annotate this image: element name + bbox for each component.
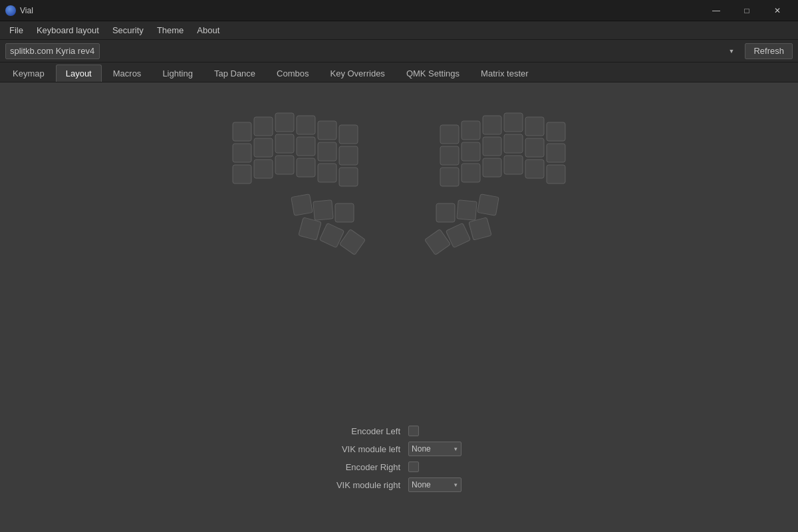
encoder-right-control xyxy=(408,462,462,472)
svg-rect-27 xyxy=(504,113,523,132)
device-bar: splitkb.com Kyria rev4 Refresh xyxy=(0,40,798,63)
tab-macros[interactable]: Macros xyxy=(103,65,152,82)
svg-rect-11 xyxy=(339,146,358,165)
tab-key-overrides[interactable]: Key Overrides xyxy=(321,65,395,82)
menu-item-keyboard-layout[interactable]: Keyboard layout xyxy=(30,23,106,38)
maximize-button[interactable]: □ xyxy=(732,0,762,21)
vik-left-select-wrapper: None xyxy=(408,442,462,456)
svg-rect-18 xyxy=(291,194,313,215)
svg-rect-42 xyxy=(436,203,455,222)
svg-rect-25 xyxy=(462,121,480,140)
app-icon xyxy=(5,5,16,16)
options-area: Encoder Left VIK module left None Encode… xyxy=(336,426,462,492)
vik-left-control: None xyxy=(408,442,462,456)
svg-rect-12 xyxy=(233,165,251,184)
svg-rect-21 xyxy=(299,217,321,240)
svg-rect-39 xyxy=(504,156,523,174)
tab-layout[interactable]: Layout xyxy=(56,65,102,82)
svg-rect-36 xyxy=(440,168,459,186)
svg-rect-17 xyxy=(339,168,358,186)
svg-rect-31 xyxy=(462,142,480,161)
device-select-wrapper: splitkb.com Kyria rev4 xyxy=(5,43,739,59)
encoder-left-control xyxy=(408,426,462,436)
svg-rect-13 xyxy=(254,160,273,178)
svg-rect-35 xyxy=(547,144,565,162)
title-text: Vial xyxy=(20,6,701,15)
svg-rect-28 xyxy=(525,117,544,136)
svg-rect-14 xyxy=(275,156,294,174)
svg-rect-0 xyxy=(233,122,251,141)
svg-rect-6 xyxy=(233,144,251,162)
minimize-button[interactable]: — xyxy=(701,0,732,21)
vik-left-label: VIK module left xyxy=(336,444,400,454)
svg-rect-16 xyxy=(318,164,336,182)
svg-rect-34 xyxy=(525,138,544,157)
vik-right-label: VIK module right xyxy=(336,480,400,490)
menu-item-security[interactable]: Security xyxy=(106,23,150,38)
svg-rect-1 xyxy=(254,117,273,136)
svg-rect-3 xyxy=(297,116,315,134)
svg-rect-8 xyxy=(275,134,294,153)
encoder-right-label: Encoder Right xyxy=(336,462,400,472)
vik-right-select-wrapper: None xyxy=(408,477,462,492)
svg-rect-29 xyxy=(547,122,565,141)
svg-rect-44 xyxy=(477,194,499,215)
svg-rect-32 xyxy=(483,137,501,156)
refresh-button[interactable]: Refresh xyxy=(745,43,793,59)
svg-rect-20 xyxy=(335,203,354,222)
svg-rect-37 xyxy=(462,164,480,182)
tab-lighting[interactable]: Lighting xyxy=(152,65,203,82)
svg-rect-30 xyxy=(440,146,459,165)
encoder-right-checkbox[interactable] xyxy=(408,462,419,472)
svg-rect-47 xyxy=(469,217,491,240)
svg-rect-2 xyxy=(275,113,294,132)
svg-rect-9 xyxy=(297,137,315,156)
svg-rect-19 xyxy=(313,200,333,220)
svg-rect-43 xyxy=(457,200,477,220)
svg-rect-7 xyxy=(254,138,273,157)
svg-rect-40 xyxy=(525,160,544,178)
tab-tap-dance[interactable]: Tap Dance xyxy=(204,65,265,82)
keyboard-svg: .k { fill: #484848; stroke: #5e5e5e; str… xyxy=(200,102,598,342)
keyboard-area: .k { fill: #484848; stroke: #5e5e5e; str… xyxy=(0,82,798,402)
svg-rect-38 xyxy=(483,158,501,177)
svg-rect-5 xyxy=(339,125,358,144)
svg-rect-4 xyxy=(318,121,336,140)
svg-rect-10 xyxy=(318,142,336,161)
menu-item-file[interactable]: File xyxy=(3,23,30,38)
main-content: .k { fill: #484848; stroke: #5e5e5e; str… xyxy=(0,82,798,532)
menu-item-theme[interactable]: Theme xyxy=(150,23,190,38)
svg-rect-33 xyxy=(504,134,523,153)
title-bar: Vial — □ ✕ xyxy=(0,0,798,21)
device-select[interactable]: splitkb.com Kyria rev4 xyxy=(5,43,100,59)
menu-bar: File Keyboard layout Security Theme Abou… xyxy=(0,21,798,40)
svg-rect-24 xyxy=(440,125,459,144)
encoder-left-label: Encoder Left xyxy=(336,426,400,436)
tab-keymap[interactable]: Keymap xyxy=(3,65,55,82)
tabs-bar: Keymap Layout Macros Lighting Tap Dance … xyxy=(0,63,798,82)
tab-qmk-settings[interactable]: QMK Settings xyxy=(396,65,469,82)
vik-right-control: None xyxy=(408,477,462,492)
menu-item-about[interactable]: About xyxy=(190,23,226,38)
vik-right-select[interactable]: None xyxy=(408,477,462,492)
encoder-left-checkbox[interactable] xyxy=(408,426,419,436)
window-controls: — □ ✕ xyxy=(701,0,793,21)
tab-combos[interactable]: Combos xyxy=(267,65,319,82)
close-button[interactable]: ✕ xyxy=(762,0,793,21)
svg-rect-26 xyxy=(483,116,501,134)
tab-matrix-tester[interactable]: Matrix tester xyxy=(471,65,539,82)
svg-rect-41 xyxy=(547,165,565,184)
svg-rect-15 xyxy=(297,158,315,177)
vik-left-select[interactable]: None xyxy=(408,442,462,456)
